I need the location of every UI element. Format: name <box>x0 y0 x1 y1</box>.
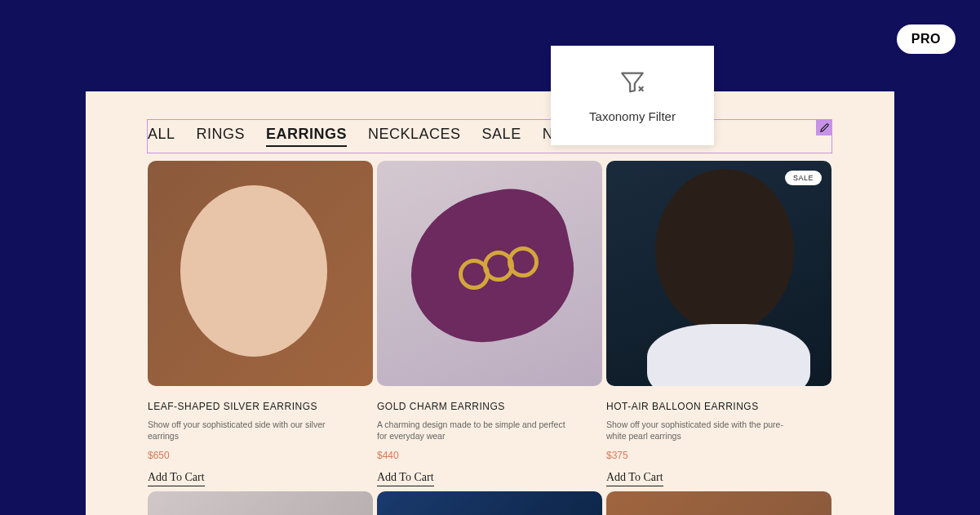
add-to-cart-button[interactable]: Add To Cart <box>148 471 205 486</box>
product-image[interactable] <box>377 161 602 386</box>
product-title: LEAF-SHAPED SILVER EARRINGS <box>148 401 373 412</box>
product-description: Show off your sophisticated side with th… <box>606 419 802 442</box>
filter-tab-earrings[interactable]: EARRINGS <box>266 126 347 147</box>
edit-block-button[interactable] <box>816 119 832 135</box>
product-price: $440 <box>377 450 602 461</box>
sale-badge: SALE <box>785 171 822 185</box>
product-card: LEAF-SHAPED SILVER EARRINGS Show off you… <box>148 161 373 486</box>
filter-tabs: ALL RINGS EARRINGS NECKLACES SALE NEW <box>148 126 578 147</box>
pencil-icon <box>820 123 829 132</box>
product-grid: LEAF-SHAPED SILVER EARRINGS Show off you… <box>148 161 831 486</box>
filter-tab-sale[interactable]: SALE <box>482 126 521 143</box>
tooltip-label: Taxonomy Filter <box>589 109 676 123</box>
filter-tab-rings[interactable]: RINGS <box>197 126 246 143</box>
product-image[interactable] <box>148 491 373 515</box>
pro-badge: PRO <box>897 24 956 54</box>
taxonomy-filter-tooltip: Taxonomy Filter <box>551 46 714 145</box>
product-image[interactable]: SALE <box>606 161 831 386</box>
product-description: A charming design made to be simple and … <box>377 419 573 442</box>
add-to-cart-button[interactable]: Add To Cart <box>377 471 434 486</box>
product-image[interactable] <box>377 491 602 515</box>
product-card: SALE HOT-AIR BALLOON EARRINGS Show off y… <box>606 161 831 486</box>
filter-tab-necklaces[interactable]: NECKLACES <box>368 126 461 143</box>
product-title: HOT-AIR BALLOON EARRINGS <box>606 401 831 412</box>
product-price: $650 <box>148 450 373 461</box>
product-grid-row-2 <box>148 491 831 515</box>
product-card: GOLD CHARM EARRINGS A charming design ma… <box>377 161 602 486</box>
filter-icon <box>619 69 646 96</box>
filter-tab-all[interactable]: ALL <box>148 126 175 143</box>
product-price: $375 <box>606 450 831 461</box>
add-to-cart-button[interactable]: Add To Cart <box>606 471 663 486</box>
product-image[interactable] <box>606 491 831 515</box>
product-description: Show off your sophisticated side with ou… <box>148 419 344 442</box>
product-title: GOLD CHARM EARRINGS <box>377 401 602 412</box>
product-image[interactable] <box>148 161 373 386</box>
